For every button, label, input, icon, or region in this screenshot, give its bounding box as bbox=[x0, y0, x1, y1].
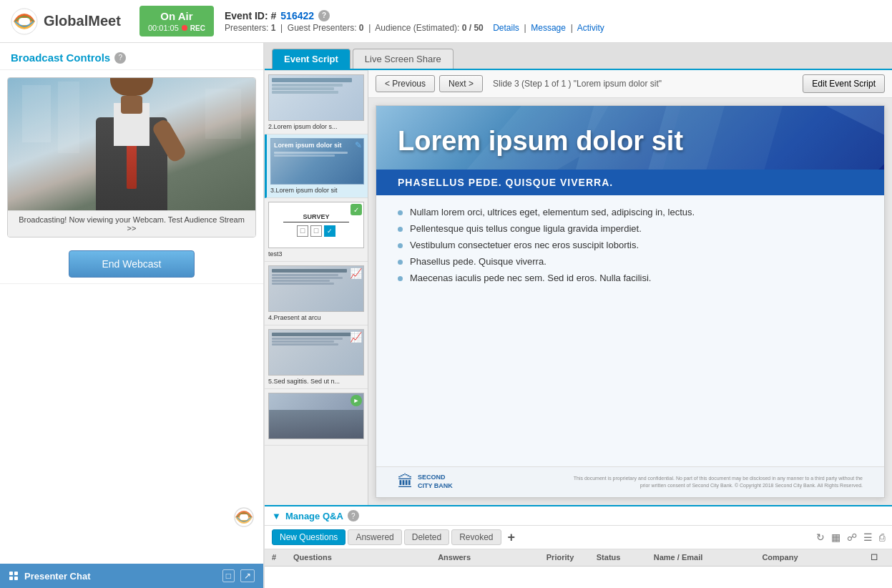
col-header-name-email: Name / Email bbox=[654, 553, 763, 562]
thumb-survey-image: SURVEY ☐ ☐ ✓ ✓ bbox=[268, 202, 364, 248]
main-container: Broadcast Controls ? bbox=[0, 43, 892, 588]
thumbnail-item-survey[interactable]: SURVEY ☐ ☐ ✓ ✓ test3 bbox=[265, 198, 368, 262]
thumbnail-item-active[interactable]: Lorem ipsum dolor sit ✎ 3.Lorem ipsum do… bbox=[265, 134, 368, 198]
slide-info: Slide 3 (Step 1 of 1 ) "Lorem ipsum dolo… bbox=[493, 79, 798, 89]
qa-header: ▼ Manage Q&A ? bbox=[265, 506, 892, 526]
activity-link[interactable]: Activity bbox=[577, 23, 604, 33]
tab-event-script[interactable]: Event Script bbox=[272, 49, 351, 69]
slide-subtitle-bar: PHASELLUS PEDE. QUISQUE VIVERRA. bbox=[376, 170, 884, 195]
presenter-chat-bar[interactable]: Presenter Chat □ ↗ bbox=[0, 564, 263, 588]
broadcast-controls-title: Broadcast Controls bbox=[11, 52, 110, 64]
thumb-label-6: 5.Sed sagittis. Sed ut n... bbox=[268, 378, 364, 385]
qa-tab-deleted[interactable]: Deleted bbox=[404, 529, 449, 545]
thumb-image-5: 📈 bbox=[268, 265, 364, 312]
details-link[interactable]: Details bbox=[493, 23, 519, 33]
on-air-button[interactable]: On Air 00:01:05 REC bbox=[139, 6, 214, 36]
qa-refresh-icon[interactable]: ↻ bbox=[816, 531, 825, 543]
slide-header: Lorem ipsum dolor sit bbox=[376, 106, 884, 170]
slide-content: Lorem ipsum dolor sit PHASELLUS PEDE. QU… bbox=[376, 105, 885, 498]
thumb-label-survey: test3 bbox=[268, 250, 364, 258]
tab-live-screen-share[interactable]: Live Screen Share bbox=[353, 49, 454, 69]
globalmeet-icon bbox=[233, 506, 255, 528]
qa-link-icon[interactable]: ☍ bbox=[847, 531, 857, 543]
chat-grid-icon bbox=[9, 571, 19, 581]
col-header-status: Status bbox=[597, 553, 654, 562]
thumbnail-item-6[interactable]: 📈 5.Sed sagittis. Sed ut n... bbox=[265, 325, 368, 389]
col-header-action: ☐ bbox=[871, 553, 885, 562]
thumb-check-icon: ✓ bbox=[351, 204, 362, 215]
qa-copy-icon[interactable]: ▦ bbox=[831, 531, 840, 543]
previous-button[interactable]: < Previous bbox=[376, 75, 435, 92]
col-header-company: Company bbox=[762, 553, 871, 562]
company-logo: 🏛 SECONDCITY BANK bbox=[398, 473, 453, 491]
thumb-green-icon-7: ► bbox=[351, 395, 362, 406]
right-panel: Event Script Live Screen Share bbox=[265, 43, 892, 588]
thumbnail-item-7[interactable]: ► bbox=[265, 389, 368, 446]
col-header-priority: Priority bbox=[547, 553, 597, 562]
slide-main: < Previous Next > Slide 3 (Step 1 of 1 )… bbox=[368, 70, 892, 505]
rec-dot bbox=[182, 25, 187, 31]
bullet-3: Vestibulum consectetuer eros nec eros su… bbox=[398, 240, 863, 250]
chat-expand-btn[interactable]: ↗ bbox=[240, 569, 255, 582]
qa-print-icon[interactable]: ⎙ bbox=[879, 531, 885, 543]
tabs-bar: Event Script Live Screen Share bbox=[265, 43, 892, 70]
qa-table-body bbox=[265, 567, 892, 588]
edit-script-button[interactable]: Edit Event Script bbox=[803, 74, 885, 93]
slide-body: Nullam lorem orci, ultrices eget, elemen… bbox=[376, 195, 884, 466]
left-panel: Broadcast Controls ? bbox=[0, 43, 265, 588]
audience-label: Audience (Estimated): bbox=[375, 23, 459, 33]
thumbnail-item[interactable]: 2.Lorem ipsum dolor s... bbox=[265, 71, 368, 134]
header: GlobalMeet On Air 00:01:05 REC Event ID:… bbox=[0, 0, 892, 43]
thumb-image-7: ► bbox=[268, 393, 364, 439]
thumbnail-sidebar: 2.Lorem ipsum dolor s... Lorem ipsum dol… bbox=[265, 70, 368, 505]
broadcast-controls-header: Broadcast Controls ? bbox=[0, 43, 263, 70]
thumb-label-5: 4.Praesent at arcu bbox=[268, 314, 364, 321]
bullet-dot-5 bbox=[398, 276, 403, 281]
logo-area: GlobalMeet bbox=[11, 8, 139, 35]
qa-tab-revoked[interactable]: Revoked bbox=[451, 529, 501, 545]
slide-display: Lorem ipsum dolor sit PHASELLUS PEDE. QU… bbox=[368, 98, 892, 505]
qa-tabs-bar: New Questions Answered Deleted Revoked +… bbox=[265, 526, 892, 549]
company-name: SECONDCITY BANK bbox=[418, 474, 453, 490]
event-info: Event ID: # 516422 ? Presenters: 1 | Gue… bbox=[225, 10, 881, 33]
webcam-area: Broadcasting! Now viewing your Webcam. T… bbox=[7, 77, 256, 237]
event-id-label: Event ID: # bbox=[225, 10, 276, 21]
logo-icon bbox=[11, 8, 38, 35]
bullet-4: Phasellus pede. Quisque viverra. bbox=[398, 256, 863, 267]
thumb-label: 2.Lorem ipsum dolor s... bbox=[268, 123, 364, 130]
bullet-5: Maecenas iaculis pede nec sem. Sed id er… bbox=[398, 273, 863, 283]
help-icon-qa[interactable]: ? bbox=[348, 510, 359, 521]
next-button[interactable]: Next > bbox=[439, 75, 483, 92]
thumb-chart-icon-6: 📈 bbox=[350, 331, 362, 343]
help-icon-broadcast[interactable]: ? bbox=[114, 52, 126, 64]
thumb-image-6: 📈 bbox=[268, 329, 364, 376]
message-link[interactable]: Message bbox=[531, 23, 566, 33]
presenters-value: 1 bbox=[271, 23, 276, 33]
qa-title: Manage Q&A bbox=[285, 511, 343, 521]
slide-nav-bar: < Previous Next > Slide 3 (Step 1 of 1 )… bbox=[368, 70, 892, 98]
qa-section: ▼ Manage Q&A ? New Questions Answered De… bbox=[265, 505, 892, 588]
presenter-chat-title: Presenter Chat bbox=[24, 571, 217, 582]
qa-toggle-icon[interactable]: ▼ bbox=[272, 511, 281, 521]
bullet-dot-1 bbox=[398, 210, 403, 215]
qa-tab-new[interactable]: New Questions bbox=[272, 529, 345, 545]
slide-subtitle: PHASELLUS PEDE. QUISQUE VIVERRA. bbox=[398, 177, 613, 188]
qa-list-icon[interactable]: ☰ bbox=[863, 531, 873, 543]
webcam-video bbox=[8, 78, 255, 210]
disclaimer: This document is proprietary and confide… bbox=[562, 475, 863, 489]
thumbnail-item-5[interactable]: 📈 4.Praesent at arcu bbox=[265, 262, 368, 325]
bullet-1: Nullam lorem orci, ultrices eget, elemen… bbox=[398, 207, 863, 217]
qa-add-button[interactable]: + bbox=[504, 530, 520, 545]
help-icon-event[interactable]: ? bbox=[318, 10, 330, 21]
col-header-hash: # bbox=[272, 553, 293, 562]
end-webcast-button[interactable]: End Webcast bbox=[69, 250, 194, 278]
chat-restore-btn[interactable]: □ bbox=[222, 569, 235, 582]
guest-presenters-label: Guest Presenters: bbox=[288, 23, 357, 33]
qa-tab-answered[interactable]: Answered bbox=[348, 529, 401, 545]
thumb-chart-icon-5: 📈 bbox=[350, 268, 362, 279]
bullet-dot-2 bbox=[398, 227, 403, 232]
event-id-value[interactable]: 516422 bbox=[280, 10, 314, 21]
slide-title: Lorem ipsum dolor sit bbox=[398, 126, 863, 157]
rec-label: REC bbox=[190, 24, 205, 32]
bullet-dot-3 bbox=[398, 243, 403, 248]
